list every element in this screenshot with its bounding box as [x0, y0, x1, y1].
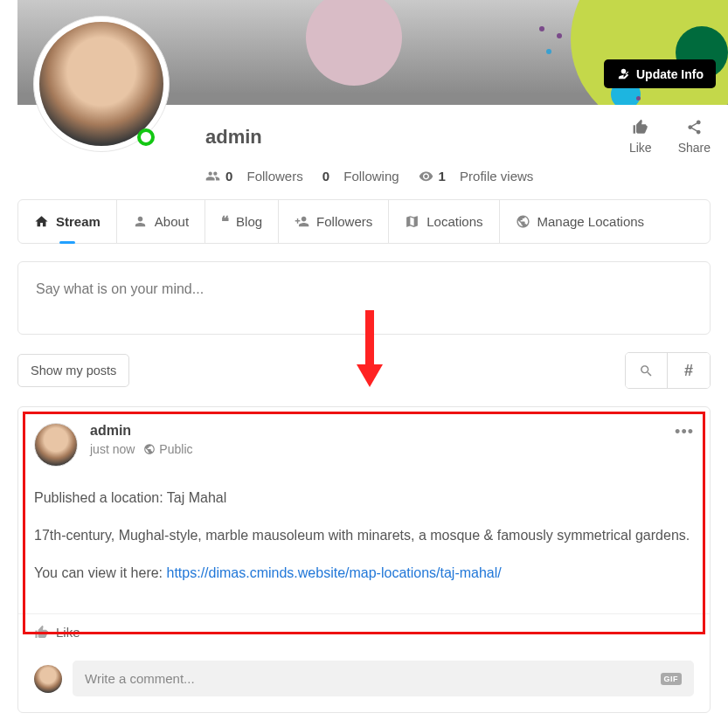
share-icon [686, 119, 703, 135]
gif-button[interactable]: GIF [661, 673, 683, 685]
post-line-3: You can view it here: https://dimas.cmin… [34, 563, 694, 585]
show-my-posts-button[interactable]: Show my posts [17, 354, 129, 387]
update-info-label: Update Info [636, 67, 704, 81]
share-label: Share [678, 141, 711, 155]
post-menu-button[interactable]: ••• [675, 423, 694, 441]
profile-tabs: Stream About ❝ Blog Followers Locations … [17, 199, 711, 244]
post-privacy[interactable]: Public [159, 442, 192, 456]
like-label: Like [629, 141, 652, 155]
post-line-2: 17th-century, Mughal-style, marble mauso… [34, 525, 694, 547]
online-status-indicator [137, 128, 155, 146]
thumbs-up-icon [632, 119, 648, 135]
update-info-button[interactable]: Update Info [604, 59, 716, 88]
following-stat[interactable]: 0 Following [322, 169, 399, 183]
hashtag-button[interactable]: # [668, 353, 710, 388]
post-like-button[interactable]: Like [18, 613, 710, 650]
post-body: Published a location: Taj Mahal 17th-cen… [34, 467, 694, 584]
profile-avatar[interactable] [33, 16, 170, 152]
share-action[interactable]: Share [678, 119, 711, 155]
profile-name: admin [205, 126, 262, 149]
globe-icon [516, 214, 530, 229]
post-line-1: Published a location: Taj Mahal [34, 488, 694, 509]
hashtag-icon: # [684, 362, 693, 380]
post-card: admin just now Public ••• Published a lo… [17, 406, 711, 713]
post-author-name[interactable]: admin [90, 423, 193, 439]
tab-about[interactable]: About [117, 200, 205, 243]
people-icon [205, 169, 220, 183]
tab-blog[interactable]: ❝ Blog [205, 200, 279, 243]
tab-followers[interactable]: Followers [279, 200, 389, 243]
comment-placeholder: Write a comment... [85, 671, 195, 686]
followers-stat[interactable]: 0 Followers [205, 169, 303, 183]
globe-icon [143, 443, 156, 455]
thumbs-up-icon [34, 625, 49, 640]
user-icon [133, 214, 148, 229]
comment-avatar[interactable] [34, 665, 62, 693]
tab-stream[interactable]: Stream [18, 200, 117, 243]
map-icon [405, 214, 419, 229]
search-icon [639, 364, 654, 378]
search-button[interactable] [626, 353, 668, 388]
user-edit-icon [616, 66, 631, 81]
home-icon [34, 214, 49, 229]
user-plus-icon [295, 214, 309, 229]
tab-locations[interactable]: Locations [389, 200, 499, 243]
eye-icon [419, 169, 433, 183]
composer-placeholder: Say what is on your mind... [36, 281, 204, 296]
tab-manage-locations[interactable]: Manage Locations [500, 200, 661, 243]
comment-input[interactable]: Write a comment... GIF [73, 661, 694, 696]
like-action[interactable]: Like [629, 119, 652, 155]
views-stat: 1 Profile views [419, 169, 534, 183]
profile-stats: 0 Followers 0 Following 1 Profile views [17, 169, 728, 199]
post-composer[interactable]: Say what is on your mind... [17, 261, 711, 335]
post-time: just now [90, 442, 135, 456]
post-link[interactable]: https://dimas.cminds.website/map-locatio… [167, 565, 502, 580]
post-author-avatar[interactable] [34, 423, 78, 467]
quote-icon: ❝ [221, 212, 229, 231]
